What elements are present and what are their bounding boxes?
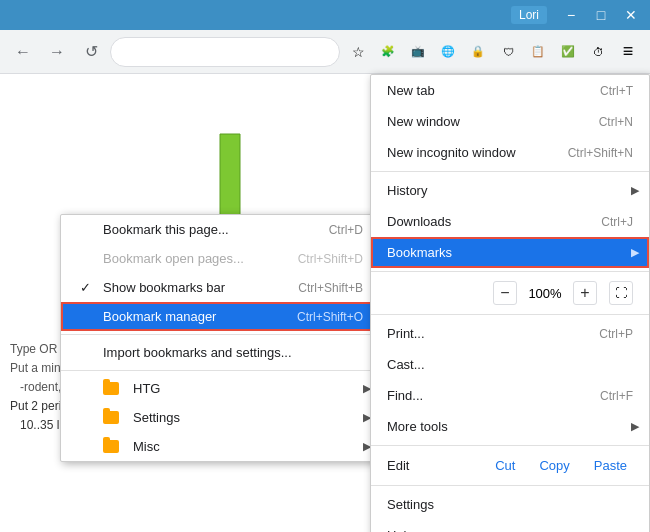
menu-find[interactable]: Find... Ctrl+F bbox=[371, 380, 649, 411]
menu-cast-label: Cast... bbox=[387, 357, 425, 372]
menu-new-window-shortcut: Ctrl+N bbox=[599, 115, 633, 129]
menu-print[interactable]: Print... Ctrl+P bbox=[371, 318, 649, 349]
misc-folder-icon bbox=[103, 440, 119, 453]
submenu-bookmark-pages-label: Bookmark open pages... bbox=[103, 251, 244, 266]
submenu-show-bar[interactable]: ✓ Show bookmarks bar Ctrl+Shift+B bbox=[61, 273, 379, 302]
submenu-settings-folder-label: Settings bbox=[133, 410, 180, 425]
title-bar: Lori − □ ✕ bbox=[0, 0, 650, 30]
submenu-sep-1 bbox=[61, 334, 379, 335]
pocket2-icon[interactable]: 📋 bbox=[524, 38, 552, 66]
menu-settings[interactable]: Settings bbox=[371, 489, 649, 520]
edit-label: Edit bbox=[387, 458, 489, 473]
settings-folder-icon bbox=[103, 411, 119, 424]
menu-downloads-shortcut: Ctrl+J bbox=[601, 215, 633, 229]
edit-row: Edit Cut Copy Paste bbox=[371, 449, 649, 482]
close-button[interactable]: ✕ bbox=[617, 4, 645, 26]
menu-incognito[interactable]: New incognito window Ctrl+Shift+N bbox=[371, 137, 649, 168]
menu-print-label: Print... bbox=[387, 326, 425, 341]
bookmarks-arrow-icon: ▶ bbox=[631, 246, 639, 259]
hourglass-icon[interactable]: ⏱ bbox=[584, 38, 612, 66]
back-button[interactable]: ← bbox=[8, 37, 38, 67]
menu-new-tab[interactable]: New tab Ctrl+T bbox=[371, 75, 649, 106]
minimize-button[interactable]: − bbox=[557, 4, 585, 26]
submenu-settings-folder[interactable]: Settings ▶ bbox=[61, 403, 379, 432]
menu-sep-5 bbox=[371, 485, 649, 486]
cast-icon[interactable]: 📺 bbox=[404, 38, 432, 66]
menu-downloads[interactable]: Downloads Ctrl+J bbox=[371, 206, 649, 237]
menu-bookmarks-label: Bookmarks bbox=[387, 245, 452, 260]
menu-sep-4 bbox=[371, 445, 649, 446]
submenu-bookmark-page[interactable]: Bookmark this page... Ctrl+D bbox=[61, 215, 379, 244]
menu-help-label: Help bbox=[387, 528, 414, 532]
zoom-fullscreen-button[interactable]: ⛶ bbox=[609, 281, 633, 305]
submenu-bookmark-page-shortcut: Ctrl+D bbox=[329, 223, 363, 237]
edit-actions: Cut Copy Paste bbox=[489, 455, 633, 476]
submenu-import[interactable]: Import bookmarks and settings... bbox=[61, 338, 379, 367]
menu-sep-2 bbox=[371, 271, 649, 272]
user-label: Lori bbox=[511, 6, 547, 24]
menu-bookmarks[interactable]: Bookmarks ▶ bbox=[371, 237, 649, 268]
lastpass-icon[interactable]: 🔒 bbox=[464, 38, 492, 66]
menu-new-tab-label: New tab bbox=[387, 83, 435, 98]
menu-incognito-shortcut: Ctrl+Shift+N bbox=[568, 146, 633, 160]
menu-print-shortcut: Ctrl+P bbox=[599, 327, 633, 341]
submenu-show-bar-label: Show bookmarks bar bbox=[103, 280, 225, 295]
maximize-button[interactable]: □ bbox=[587, 4, 615, 26]
zoom-controls: − 100% + ⛶ bbox=[493, 281, 633, 305]
menu-find-shortcut: Ctrl+F bbox=[600, 389, 633, 403]
menu-more-tools[interactable]: More tools ▶ bbox=[371, 411, 649, 442]
menu-find-label: Find... bbox=[387, 388, 423, 403]
menu-history-label: History bbox=[387, 183, 427, 198]
zoom-minus-button[interactable]: − bbox=[493, 281, 517, 305]
content-area: Type OR between all th Put a minus sign … bbox=[0, 74, 650, 532]
submenu-show-bar-shortcut: Ctrl+Shift+B bbox=[298, 281, 363, 295]
bookmark-icon[interactable]: ☆ bbox=[344, 38, 372, 66]
zoom-plus-button[interactable]: + bbox=[573, 281, 597, 305]
menu-sep-3 bbox=[371, 314, 649, 315]
address-bar[interactable] bbox=[110, 37, 340, 67]
submenu-bookmark-pages-shortcut: Ctrl+Shift+D bbox=[298, 252, 363, 266]
menu-history[interactable]: History ▶ bbox=[371, 175, 649, 206]
pocket-icon[interactable]: 🌐 bbox=[434, 38, 462, 66]
toolbar-icons: ☆ 🧩 📺 🌐 🔒 🛡 📋 ✅ ⏱ ≡ bbox=[344, 38, 642, 66]
menu-new-window[interactable]: New window Ctrl+N bbox=[371, 106, 649, 137]
zoom-row: − 100% + ⛶ bbox=[371, 275, 649, 311]
submenu-misc-folder-label: Misc bbox=[133, 439, 160, 454]
menu-new-window-label: New window bbox=[387, 114, 460, 129]
submenu-bookmark-manager-shortcut: Ctrl+Shift+O bbox=[297, 310, 363, 324]
htg-folder-icon bbox=[103, 382, 119, 395]
menu-downloads-label: Downloads bbox=[387, 214, 451, 229]
menu-help[interactable]: Help ▶ bbox=[371, 520, 649, 532]
cut-button[interactable]: Cut bbox=[489, 455, 521, 476]
submenu-bookmark-pages[interactable]: Bookmark open pages... Ctrl+Shift+D bbox=[61, 244, 379, 273]
chrome-menu: New tab Ctrl+T New window Ctrl+N New inc… bbox=[370, 74, 650, 532]
bookmarks-submenu: Bookmark this page... Ctrl+D Bookmark op… bbox=[60, 214, 380, 462]
submenu-sep-2 bbox=[61, 370, 379, 371]
submenu-import-label: Import bookmarks and settings... bbox=[103, 345, 292, 360]
chrome-menu-icon[interactable]: ≡ bbox=[614, 38, 642, 66]
browser-toolbar: ← → ↺ ☆ 🧩 📺 🌐 🔒 🛡 📋 ✅ ⏱ ≡ bbox=[0, 30, 650, 74]
paste-button[interactable]: Paste bbox=[588, 455, 633, 476]
menu-cast[interactable]: Cast... bbox=[371, 349, 649, 380]
extensions-icon[interactable]: 🧩 bbox=[374, 38, 402, 66]
submenu-htg-label: HTG bbox=[133, 381, 160, 396]
menu-settings-label: Settings bbox=[387, 497, 434, 512]
zoom-value: 100% bbox=[525, 286, 565, 301]
menu-new-tab-shortcut: Ctrl+T bbox=[600, 84, 633, 98]
submenu-bookmark-manager-label: Bookmark manager bbox=[103, 309, 216, 324]
submenu-htg[interactable]: HTG ▶ bbox=[61, 374, 379, 403]
history-arrow-icon: ▶ bbox=[631, 184, 639, 197]
submenu-bookmark-page-label: Bookmark this page... bbox=[103, 222, 229, 237]
ublock-icon[interactable]: 🛡 bbox=[494, 38, 522, 66]
more-tools-arrow-icon: ▶ bbox=[631, 420, 639, 433]
submenu-misc-folder[interactable]: Misc ▶ bbox=[61, 432, 379, 461]
menu-incognito-label: New incognito window bbox=[387, 145, 516, 160]
copy-button[interactable]: Copy bbox=[533, 455, 575, 476]
forward-button[interactable]: → bbox=[42, 37, 72, 67]
menu-sep-1 bbox=[371, 171, 649, 172]
submenu-bookmark-manager[interactable]: Bookmark manager Ctrl+Shift+O bbox=[61, 302, 379, 331]
refresh-button[interactable]: ↺ bbox=[76, 37, 106, 67]
menu-more-tools-label: More tools bbox=[387, 419, 448, 434]
check-icon[interactable]: ✅ bbox=[554, 38, 582, 66]
